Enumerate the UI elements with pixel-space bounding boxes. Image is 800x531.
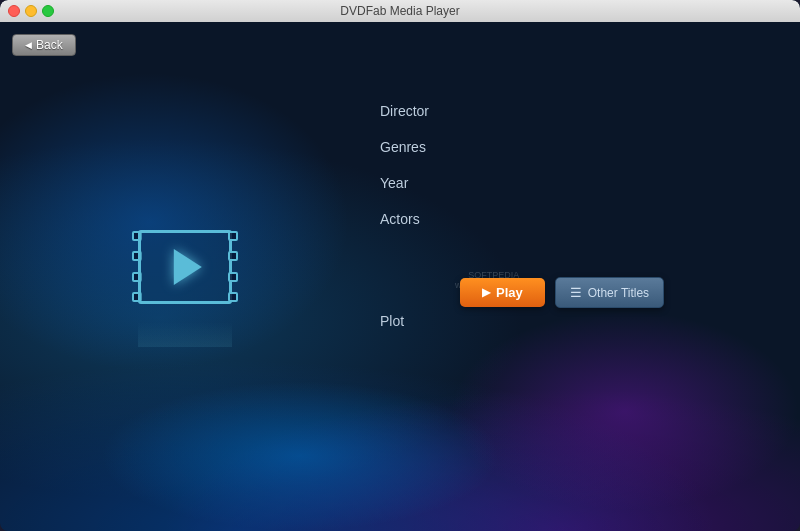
film-icon [130, 222, 240, 322]
minimize-button[interactable] [25, 5, 37, 17]
film-hole [228, 251, 238, 261]
film-strip [130, 222, 240, 312]
bg-glow-purple [450, 311, 800, 511]
app-window: DVDFab Media Player Back [0, 0, 800, 531]
genres-label: Genres [380, 139, 426, 155]
director-label: Director [380, 103, 429, 119]
plot-label: Plot [380, 313, 404, 329]
other-titles-button[interactable]: Other Titles [555, 277, 664, 308]
window-title: DVDFab Media Player [340, 4, 459, 18]
back-button[interactable]: Back [12, 34, 76, 56]
maximize-button[interactable] [42, 5, 54, 17]
year-field: Year [380, 174, 429, 192]
plot-section: Plot [380, 312, 404, 330]
film-holes-right [226, 222, 240, 312]
film-hole [228, 231, 238, 241]
action-buttons: Play Other Titles [460, 277, 664, 308]
close-button[interactable] [8, 5, 20, 17]
main-content: Back [0, 22, 800, 531]
film-hole [228, 272, 238, 282]
metadata-section: Director Genres Year Actors [380, 102, 429, 246]
year-label: Year [380, 175, 408, 191]
bg-glow-teal [100, 381, 500, 531]
film-reflection [138, 322, 232, 347]
play-triangle-icon [174, 249, 202, 285]
genres-field: Genres [380, 138, 429, 156]
title-bar: DVDFab Media Player [0, 0, 800, 22]
director-field: Director [380, 102, 429, 120]
play-button[interactable]: Play [460, 278, 545, 307]
actors-field: Actors [380, 210, 429, 228]
film-hole [228, 292, 238, 302]
film-body [138, 230, 232, 304]
traffic-lights [8, 5, 54, 17]
actors-label: Actors [380, 211, 420, 227]
